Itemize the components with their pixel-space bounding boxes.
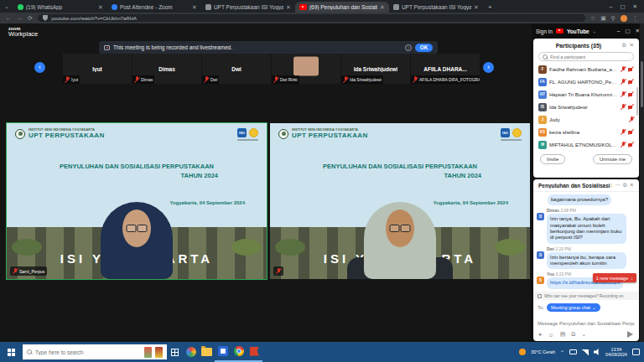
zoom-meeting-window: zoom Workplace This meeting is being rec… xyxy=(0,23,532,342)
tile-label-text: AFIILA DHARA DIFA_FOTOGRAFI xyxy=(419,77,480,82)
sign-in-button[interactable]: Sign in xyxy=(536,28,553,34)
pop-out-icon[interactable]: ⧉ xyxy=(622,42,626,49)
participant-tile[interactable]: Dwi Dwi xyxy=(202,54,271,84)
slide-header: INSTITUT SENI INDONESIA YOGYAKARTA UPT P… xyxy=(278,128,368,139)
tab-upt-perpustakaan-1[interactable]: UPT Perpustakaan ISI Yogyaka ✕ xyxy=(201,2,295,13)
tile-name: Dwi xyxy=(231,66,242,72)
browser-maximize-button[interactable]: ▢ xyxy=(620,3,625,10)
chat-messages[interactable]: bagaimana prosedurnya? D Dimas 2:08 PM I… xyxy=(533,192,639,292)
taskbar-clock[interactable]: 13:54 04/09/2024 xyxy=(605,347,627,358)
participant-row[interactable]: FA FL. AGUNG HARTONO_Perpus ... xyxy=(533,75,639,88)
chrome-icon xyxy=(234,346,244,356)
youtube-brand[interactable]: YouTube xyxy=(567,28,589,34)
chat-input[interactable] xyxy=(533,318,639,328)
weather-icon[interactable] xyxy=(519,349,526,355)
status-icons xyxy=(621,129,634,136)
send-icon[interactable] xyxy=(627,331,633,338)
taskbar-app-flag[interactable] xyxy=(247,342,262,362)
new-tab-button[interactable]: + xyxy=(483,3,497,13)
close-icon[interactable]: ✕ xyxy=(630,182,634,189)
participant-row[interactable]: F Faidha Rahmani Budiarta_anim... xyxy=(533,63,639,75)
bookmark-star-icon[interactable]: ☆ xyxy=(590,15,595,22)
tab-whatsapp[interactable]: (19) WhatsApp ✕ xyxy=(13,2,107,13)
participant-tile-video[interactable]: Dwi Rizki xyxy=(272,54,340,84)
minimize-button[interactable]: – xyxy=(617,28,621,34)
participant-row[interactable]: HT Hapsari Tri Buana Khoirunnisa_... xyxy=(533,88,639,101)
start-button-icon[interactable] xyxy=(8,349,15,356)
video-feed-right[interactable]: INSTITUT SENI INDONESIA YOGYAKARTA UPT P… xyxy=(270,123,530,279)
participant-tile[interactable]: AFIILA DHARA... AFIILA DHARA DIFA_FOTOGR… xyxy=(411,54,480,84)
tab-close-icon[interactable]: ✕ xyxy=(286,4,291,11)
taskbar-search-input[interactable] xyxy=(35,349,141,355)
unmute-me-button[interactable]: Unmute me xyxy=(593,154,632,164)
extensions-icon[interactable]: ⚲ xyxy=(611,15,615,22)
more-chevron-icon[interactable]: ⌄ xyxy=(581,331,586,338)
invite-button[interactable]: Invite xyxy=(540,154,565,164)
maximize-button[interactable]: ▢ xyxy=(625,28,630,34)
reload-icon[interactable]: ⟳ xyxy=(28,15,33,22)
action-center-icon[interactable] xyxy=(632,349,640,355)
taskbar-app-chrome[interactable] xyxy=(231,342,247,362)
ok-button[interactable]: OK xyxy=(415,44,433,52)
taskbar-app-media[interactable] xyxy=(183,342,199,362)
file-icon[interactable]: ▤ xyxy=(560,331,566,338)
volume-icon[interactable] xyxy=(594,349,600,355)
network-icon[interactable] xyxy=(582,349,589,355)
participant-row[interactable]: M MIFTAHUL ETNOMUSIKOLOGI... xyxy=(533,138,639,151)
recording-banner-text: This meeting is being recorded and lives… xyxy=(113,44,232,50)
participant-search[interactable] xyxy=(538,52,634,61)
participant-tile[interactable]: Iyut Iyut xyxy=(63,54,132,84)
browser-menu-icon[interactable]: ⋮ xyxy=(632,15,638,22)
taskbar-app-mail[interactable] xyxy=(215,342,231,362)
tab-youtube-active[interactable]: (69) Penyuluhan dan Sosialisa ✕ xyxy=(295,2,389,13)
taskbar-search[interactable] xyxy=(23,344,167,359)
privacy-text[interactable]: Who can see your messages? Recording on xyxy=(544,294,623,298)
participant-tile[interactable]: Ida Sriwahjudewi Ida Sriwahjudewi xyxy=(341,54,410,84)
tab-zoom-post-attendee[interactable]: Post Attendee - Zoom ✕ xyxy=(107,2,201,13)
mic-muted-icon xyxy=(13,268,18,275)
weather-text[interactable]: 30°C Cerah xyxy=(531,349,555,354)
participant-tile[interactable]: Dimas Dimas xyxy=(132,54,201,84)
screenshot-icon[interactable]: ⧉ xyxy=(571,331,575,338)
tab-search-chevron-icon[interactable]: ⌄ xyxy=(0,3,13,13)
flag-app-icon xyxy=(250,347,259,356)
battery-icon[interactable] xyxy=(569,349,577,354)
side-panel-icon[interactable]: ▣ xyxy=(600,15,606,22)
site-info-icon[interactable] xyxy=(43,15,48,21)
pop-out-icon[interactable]: ⧉ xyxy=(623,182,627,189)
close-icon[interactable]: ✕ xyxy=(630,42,634,49)
tile-label-text: Dwi xyxy=(210,77,217,82)
participant-row[interactable]: IS Ida Sriwahjudewi xyxy=(533,101,639,113)
strip-next-button[interactable]: › xyxy=(483,62,494,73)
info-icon[interactable]: i xyxy=(405,44,412,51)
browser-close-button[interactable]: ✕ xyxy=(633,3,637,10)
tab-upt-perpustakaan-2[interactable]: UPT Perpustakaan ISI Yogyaka ✕ xyxy=(389,2,483,13)
forward-icon[interactable]: → xyxy=(17,15,23,21)
scrollbar-thumb[interactable] xyxy=(641,61,643,107)
tab-close-icon[interactable]: ✕ xyxy=(380,4,385,11)
profile-avatar[interactable] xyxy=(621,15,627,22)
emoji-icon[interactable]: ☺ xyxy=(548,332,554,338)
new-message-button[interactable]: 1 new message ↓ xyxy=(593,273,636,282)
participants-scrollbar[interactable] xyxy=(636,87,638,116)
participant-row[interactable]: KS keiza shellina xyxy=(533,126,639,138)
address-bar[interactable]: youtube.com/watch?v=CkUkIm7aRHA xyxy=(38,14,585,23)
strip-prev-button[interactable]: ‹ xyxy=(34,62,45,73)
tray-expand-icon[interactable]: ⌃ xyxy=(560,349,564,355)
participant-search-input[interactable] xyxy=(550,54,630,59)
task-view-button[interactable] xyxy=(167,342,183,362)
chevron-down-icon[interactable]: ⌄ xyxy=(593,28,596,34)
tab-close-icon[interactable]: ✕ xyxy=(98,4,103,11)
recipient-selector[interactable]: Meeting group chat⌄ xyxy=(547,303,600,312)
tab-close-icon[interactable]: ✕ xyxy=(474,4,479,11)
browser-minimize-button[interactable]: – xyxy=(610,3,613,10)
name-tag-text: Sarni_Perpus xyxy=(19,269,44,274)
page-scrollbar[interactable] xyxy=(640,23,644,342)
tab-close-icon[interactable]: ✕ xyxy=(192,4,197,11)
video-feed-left[interactable]: INSTITUT SENI INDONESIA YOGYAKARTA UPT P… xyxy=(7,123,267,279)
taskbar-app-explorer[interactable] xyxy=(199,342,215,362)
format-icon[interactable]: ▸ xyxy=(539,331,543,338)
participant-row[interactable]: J Jody xyxy=(533,113,639,126)
back-icon[interactable]: ← xyxy=(6,15,12,21)
more-options-icon[interactable]: ⋯ xyxy=(615,182,621,189)
